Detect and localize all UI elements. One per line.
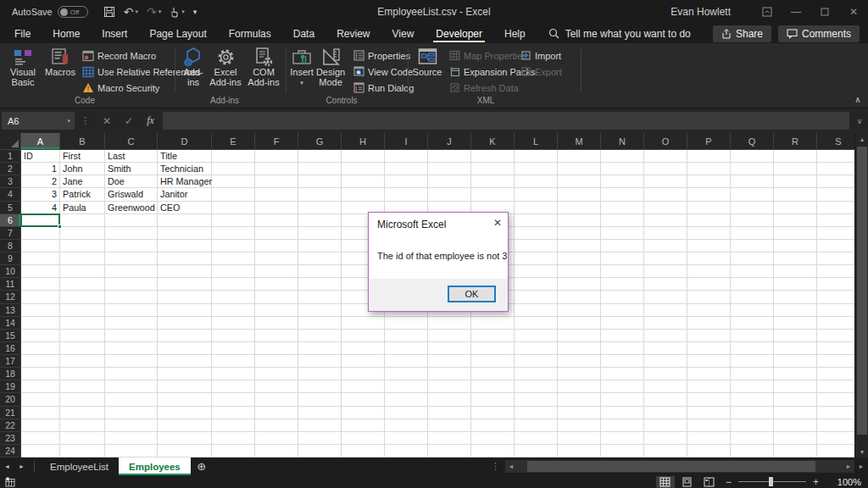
cell-G5[interactable]: [298, 202, 342, 214]
cell-J15[interactable]: [428, 330, 471, 342]
fill-handle[interactable]: [58, 225, 62, 229]
cell-N19[interactable]: [601, 380, 644, 393]
cell-J21[interactable]: [428, 407, 471, 419]
cell-C9[interactable]: [105, 252, 158, 265]
column-header-H[interactable]: H: [342, 133, 385, 150]
cell-N22[interactable]: [601, 419, 644, 432]
name-box-dropdown-icon[interactable]: ▾: [67, 118, 70, 125]
visual-basic-button[interactable]: Visual Basic: [3, 47, 42, 87]
properties-button[interactable]: Properties: [353, 48, 410, 63]
cell-B4[interactable]: Patrick: [60, 188, 105, 201]
cell-M4[interactable]: [558, 188, 601, 201]
vertical-scroll-thumb[interactable]: [857, 147, 867, 435]
cell-Q23[interactable]: [731, 432, 774, 445]
cell-G4[interactable]: [298, 188, 342, 201]
cell-E6[interactable]: [212, 214, 255, 227]
cell-R4[interactable]: [774, 188, 817, 201]
row-header-9[interactable]: 9: [0, 252, 21, 265]
insert-function-icon[interactable]: fx: [140, 114, 161, 127]
cell-C7[interactable]: [105, 227, 158, 240]
cell-G22[interactable]: [298, 419, 342, 432]
cell-L14[interactable]: [515, 317, 558, 330]
tab-file[interactable]: File: [3, 24, 42, 43]
cell-N4[interactable]: [601, 188, 644, 201]
cell-P3[interactable]: [687, 175, 731, 188]
tab-data[interactable]: Data: [282, 24, 326, 43]
cell-C6[interactable]: [105, 214, 158, 227]
cell-N11[interactable]: [601, 278, 644, 291]
row-header-23[interactable]: 23: [0, 432, 21, 445]
cell-B18[interactable]: [60, 368, 105, 380]
cell-M7[interactable]: [558, 227, 601, 240]
cell-R12[interactable]: [774, 291, 817, 303]
cell-D20[interactable]: [158, 393, 212, 406]
cell-G8[interactable]: [298, 240, 342, 252]
cell-M9[interactable]: [558, 252, 601, 265]
cell-D11[interactable]: [158, 278, 212, 291]
ribbon-display-options-button[interactable]: [753, 0, 782, 24]
cell-A9[interactable]: [21, 252, 60, 265]
cell-N15[interactable]: [601, 330, 644, 342]
row-header-17[interactable]: 17: [0, 355, 21, 368]
cell-I21[interactable]: [385, 407, 428, 419]
cell-O24[interactable]: [644, 445, 687, 458]
customize-qat-button[interactable]: ▾: [190, 6, 201, 18]
column-header-F[interactable]: F: [255, 133, 298, 150]
cell-B12[interactable]: [60, 291, 105, 303]
cell-F3[interactable]: [255, 175, 298, 188]
cell-N23[interactable]: [601, 432, 644, 445]
cell-A12[interactable]: [21, 291, 60, 303]
cell-S22[interactable]: [817, 419, 854, 432]
source-button[interactable]: Source: [410, 47, 444, 77]
row-header-15[interactable]: 15: [0, 330, 21, 342]
column-header-C[interactable]: C: [105, 133, 158, 150]
cell-K1[interactable]: [471, 150, 515, 163]
cell-A14[interactable]: [21, 317, 60, 330]
sheet-tab-employees[interactable]: Employees: [119, 458, 191, 475]
cell-C22[interactable]: [105, 419, 158, 432]
cell-S16[interactable]: [817, 342, 854, 355]
cell-F7[interactable]: [255, 227, 298, 240]
cell-O8[interactable]: [644, 240, 687, 252]
cell-L24[interactable]: [515, 445, 558, 458]
cell-D17[interactable]: [158, 355, 212, 368]
cell-Q13[interactable]: [731, 304, 774, 317]
cell-L23[interactable]: [515, 432, 558, 445]
cell-C18[interactable]: [105, 368, 158, 380]
autosave-switch[interactable]: Off: [58, 6, 88, 18]
cell-J24[interactable]: [428, 445, 471, 458]
cell-H1[interactable]: [342, 150, 385, 163]
cell-B11[interactable]: [60, 278, 105, 291]
row-header-5[interactable]: 5: [0, 202, 21, 214]
column-header-S[interactable]: S: [817, 133, 854, 150]
row-header-14[interactable]: 14: [0, 317, 21, 330]
cell-L7[interactable]: [515, 227, 558, 240]
cell-S13[interactable]: [817, 304, 854, 317]
cell-N8[interactable]: [601, 240, 644, 252]
cell-C4[interactable]: Griswald: [105, 188, 158, 201]
cell-P23[interactable]: [687, 432, 731, 445]
cell-G13[interactable]: [298, 304, 342, 317]
cell-N17[interactable]: [601, 355, 644, 368]
cell-B16[interactable]: [60, 342, 105, 355]
cell-G7[interactable]: [298, 227, 342, 240]
new-sheet-icon[interactable]: ⊕: [191, 458, 213, 475]
horizontal-scroll-track[interactable]: [517, 460, 843, 473]
cell-Q12[interactable]: [731, 291, 774, 303]
cell-M10[interactable]: [558, 265, 601, 278]
maximize-button[interactable]: [810, 0, 839, 24]
row-header-3[interactable]: 3: [0, 175, 21, 188]
cell-S21[interactable]: [817, 407, 854, 419]
cell-Q18[interactable]: [731, 368, 774, 380]
cell-C23[interactable]: [105, 432, 158, 445]
com-addins-button[interactable]: COM Add-ins: [244, 47, 283, 87]
row-header-12[interactable]: 12: [0, 291, 21, 303]
horizontal-scrollbar[interactable]: ⋮ ◄ ►: [486, 458, 854, 475]
cell-G21[interactable]: [298, 407, 342, 419]
cell-P9[interactable]: [687, 252, 731, 265]
cell-P17[interactable]: [687, 355, 731, 368]
cell-N18[interactable]: [601, 368, 644, 380]
cell-K3[interactable]: [471, 175, 515, 188]
cell-E18[interactable]: [212, 368, 255, 380]
cell-P2[interactable]: [687, 163, 731, 175]
